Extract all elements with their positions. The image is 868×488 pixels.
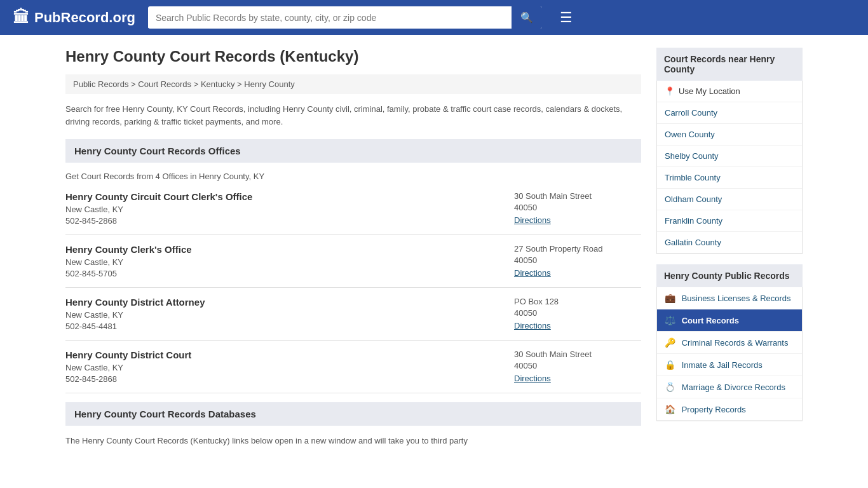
office-right: 27 South Property Road 40050 Directions bbox=[514, 244, 641, 278]
table-row: Henry County Circuit Court Clerk's Offic… bbox=[65, 191, 641, 235]
table-row: Henry County Clerk's Office New Castle, … bbox=[65, 244, 641, 288]
search-bar: 🔍 bbox=[148, 6, 542, 29]
sidebar: Court Records near Henry County 📍 Use My… bbox=[656, 48, 803, 447]
sidebar-item-label: Owen County bbox=[665, 130, 715, 139]
logo-text: PubRecord.org bbox=[34, 10, 135, 26]
directions-link[interactable]: Directions bbox=[514, 374, 551, 383]
logo[interactable]: 🏛 PubRecord.org bbox=[13, 8, 135, 27]
office-left: Henry County District Court New Castle, … bbox=[65, 349, 191, 384]
office-right: 30 South Main Street 40050 Directions bbox=[514, 349, 641, 383]
briefcase-icon: 💼 bbox=[665, 293, 675, 303]
breadcrumb-henry-county: Henry County bbox=[244, 79, 294, 89]
breadcrumb-public-records[interactable]: Public Records bbox=[73, 79, 128, 89]
breadcrumb-sep3: > bbox=[237, 79, 244, 89]
office-city: New Castle, KY bbox=[65, 205, 252, 214]
office-phone: 502-845-2868 bbox=[65, 374, 191, 384]
office-left: Henry County Clerk's Office New Castle, … bbox=[65, 244, 192, 278]
public-records-list: 💼 Business Licenses & Records ⚖️ Court R… bbox=[656, 287, 803, 421]
databases-description: The Henry County Court Records (Kentucky… bbox=[65, 435, 641, 447]
header: 🏛 PubRecord.org 🔍 ☰ bbox=[0, 0, 868, 35]
office-right: 30 South Main Street 40050 Directions bbox=[514, 191, 641, 225]
breadcrumb: Public Records > Court Records > Kentuck… bbox=[65, 74, 641, 94]
table-row: Henry County District Court New Castle, … bbox=[65, 349, 641, 393]
nearby-list: 📍 Use My Location Carroll County Owen Co… bbox=[656, 81, 803, 254]
office-city: New Castle, KY bbox=[65, 310, 205, 320]
databases-section-header: Henry County Court Records Databases bbox=[65, 402, 641, 426]
offices-section-header: Henry County Court Records Offices bbox=[65, 139, 641, 163]
sidebar-item-use-location[interactable]: 📍 Use My Location bbox=[657, 81, 802, 102]
office-address: 30 South Main Street bbox=[514, 191, 641, 201]
office-left: Henry County District Attorney New Castl… bbox=[65, 297, 205, 331]
sidebar-item-owen[interactable]: Owen County bbox=[657, 124, 802, 146]
office-name: Henry County District Attorney bbox=[65, 297, 205, 308]
sidebar-item-label: Marriage & Divorce Records bbox=[682, 383, 785, 392]
sidebar-item-label: Oldham County bbox=[665, 194, 722, 204]
search-button[interactable]: 🔍 bbox=[512, 6, 542, 29]
page-description: Search for free Henry County, KY Court R… bbox=[65, 103, 641, 128]
office-name: Henry County District Court bbox=[65, 349, 191, 360]
sidebar-item-label: Criminal Records & Warrants bbox=[682, 338, 789, 348]
content-area: Henry County Court Records (Kentucky) Pu… bbox=[65, 48, 641, 447]
directions-link[interactable]: Directions bbox=[514, 268, 551, 278]
databases-section: Henry County Court Records Databases The… bbox=[65, 402, 641, 447]
office-zip: 40050 bbox=[514, 255, 641, 265]
sidebar-item-label: Court Records bbox=[682, 316, 739, 325]
office-address: 27 South Property Road bbox=[514, 244, 641, 254]
office-right: PO Box 128 40050 Directions bbox=[514, 297, 641, 330]
public-records-section-title: Henry County Public Records bbox=[656, 264, 803, 287]
sidebar-item-franklin[interactable]: Franklin County bbox=[657, 210, 802, 232]
location-icon: 📍 bbox=[665, 86, 675, 96]
office-name: Henry County Circuit Court Clerk's Offic… bbox=[65, 191, 252, 202]
key-icon: 🔑 bbox=[665, 337, 675, 348]
logo-icon: 🏛 bbox=[13, 8, 29, 27]
sidebar-item-inmate-records[interactable]: 🔒 Inmate & Jail Records bbox=[657, 354, 802, 376]
sidebar-item-label: Business Licenses & Records bbox=[682, 294, 791, 303]
office-phone: 502-845-5705 bbox=[65, 269, 192, 278]
offices-count: Get Court Records from 4 Offices in Henr… bbox=[65, 172, 641, 181]
breadcrumb-court-records[interactable]: Court Records bbox=[138, 79, 191, 89]
office-phone: 502-845-2868 bbox=[65, 216, 252, 226]
office-city: New Castle, KY bbox=[65, 257, 192, 267]
office-address: PO Box 128 bbox=[514, 297, 641, 306]
sidebar-item-property-records[interactable]: 🏠 Property Records bbox=[657, 398, 802, 421]
sidebar-item-carroll[interactable]: Carroll County bbox=[657, 102, 802, 124]
sidebar-item-label: Trimble County bbox=[665, 173, 721, 182]
page-title: Henry County Court Records (Kentucky) bbox=[65, 48, 641, 65]
office-zip: 40050 bbox=[514, 203, 641, 212]
sidebar-item-label: Franklin County bbox=[665, 216, 722, 226]
office-zip: 40050 bbox=[514, 361, 641, 370]
office-left: Henry County Circuit Court Clerk's Offic… bbox=[65, 191, 252, 226]
sidebar-item-shelby[interactable]: Shelby County bbox=[657, 146, 802, 167]
sidebar-item-gallatin[interactable]: Gallatin County bbox=[657, 232, 802, 254]
sidebar-item-criminal-records[interactable]: 🔑 Criminal Records & Warrants bbox=[657, 332, 802, 354]
directions-link[interactable]: Directions bbox=[514, 215, 551, 225]
rings-icon: 💍 bbox=[665, 382, 675, 392]
breadcrumb-sep2: > bbox=[194, 79, 201, 89]
breadcrumb-kentucky[interactable]: Kentucky bbox=[201, 79, 234, 89]
sidebar-item-business-licenses[interactable]: 💼 Business Licenses & Records bbox=[657, 287, 802, 309]
house-icon: 🏠 bbox=[665, 404, 675, 414]
search-input[interactable] bbox=[148, 8, 512, 28]
sidebar-item-marriage-records[interactable]: 💍 Marriage & Divorce Records bbox=[657, 376, 802, 398]
breadcrumb-sep1: > bbox=[131, 79, 138, 89]
main-container: Henry County Court Records (Kentucky) Pu… bbox=[53, 35, 815, 460]
sidebar-item-court-records[interactable]: ⚖️ Court Records bbox=[657, 309, 802, 332]
sidebar-item-label: Property Records bbox=[682, 405, 746, 414]
lock-icon: 🔒 bbox=[665, 360, 675, 370]
nearby-section-title: Court Records near Henry County bbox=[656, 48, 803, 81]
office-city: New Castle, KY bbox=[65, 363, 191, 372]
sidebar-item-label: Use My Location bbox=[679, 86, 740, 96]
menu-button[interactable]: ☰ bbox=[560, 10, 573, 26]
directions-link[interactable]: Directions bbox=[514, 321, 551, 330]
offices-list: Henry County Circuit Court Clerk's Offic… bbox=[65, 191, 641, 393]
sidebar-item-oldham[interactable]: Oldham County bbox=[657, 189, 802, 210]
sidebar-item-label: Gallatin County bbox=[665, 238, 721, 247]
office-address: 30 South Main Street bbox=[514, 349, 641, 359]
office-zip: 40050 bbox=[514, 308, 641, 318]
scales-icon: ⚖️ bbox=[665, 315, 675, 325]
sidebar-item-label: Inmate & Jail Records bbox=[682, 360, 763, 370]
sidebar-item-trimble[interactable]: Trimble County bbox=[657, 167, 802, 189]
office-phone: 502-845-4481 bbox=[65, 322, 205, 331]
sidebar-item-label: Shelby County bbox=[665, 151, 719, 161]
office-name: Henry County Clerk's Office bbox=[65, 244, 192, 255]
